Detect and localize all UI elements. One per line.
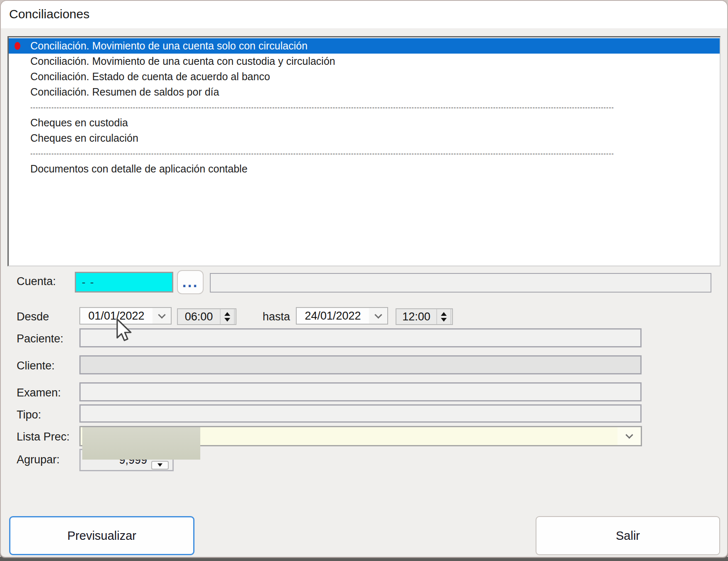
list-item-label: Conciliación. Movimiento de una cuenta s…	[30, 40, 307, 52]
examen-label: Examen:	[17, 386, 61, 399]
hasta-label: hasta	[263, 310, 290, 323]
spin-down-icon	[441, 318, 447, 322]
mouse-cursor-icon	[116, 318, 134, 346]
paciente-input[interactable]	[79, 328, 642, 347]
list-item-conciliacion-custodia-circulacion[interactable]: Conciliación. Movimiento de una cuenta c…	[9, 54, 720, 69]
desde-label: Desde	[17, 310, 49, 323]
title-bar: Conciliaciones	[1, 1, 727, 28]
list-item-conciliacion-solo-circulacion[interactable]: Conciliación. Movimiento de una cuenta s…	[9, 38, 720, 54]
lista-prec-label: Lista Prec:	[17, 431, 70, 443]
hasta-date-dropdown-button[interactable]	[369, 308, 387, 324]
list-separator: ----------------------------------------…	[9, 146, 720, 161]
spin-up-icon	[224, 312, 230, 316]
desde-time-updown-buttons[interactable]	[220, 309, 235, 324]
tipo-label: Tipo:	[17, 408, 41, 421]
hasta-date-value: 24/01/2022	[297, 308, 369, 324]
agrupar-spin-down-button[interactable]	[151, 461, 169, 470]
report-listbox[interactable]: Conciliación. Movimiento de una cuenta s…	[7, 36, 721, 266]
cuenta-browse-button[interactable]: ...	[177, 270, 204, 294]
selected-bullet-icon	[15, 42, 20, 50]
spin-up-icon	[441, 312, 447, 316]
conciliaciones-dialog: Conciliaciones Conciliación. Movimiento …	[0, 0, 728, 558]
chevron-down-icon	[625, 431, 633, 438]
hasta-date-picker[interactable]: 24/01/2022	[296, 307, 388, 325]
list-separator: ----------------------------------------…	[9, 100, 720, 115]
agrupar-label: Agrupar:	[17, 453, 60, 466]
list-item-label: Cheques en circulación	[30, 132, 138, 144]
list-item-cheques-circulacion[interactable]: Cheques en circulación	[9, 130, 720, 146]
list-item-label: Documentos con detalle de aplicación con…	[30, 163, 248, 175]
list-item-label: Conciliación. Estado de cuenta de acuerd…	[30, 71, 270, 82]
desde-time-value: 06:00	[178, 309, 220, 324]
cuenta-description-field[interactable]	[210, 273, 711, 293]
chevron-down-icon	[374, 311, 382, 318]
cuenta-code-input[interactable]: - -	[75, 272, 173, 293]
desde-date-dropdown-button[interactable]	[152, 308, 171, 324]
hasta-time-updown-buttons[interactable]	[436, 309, 451, 324]
salir-button[interactable]: Salir	[536, 516, 720, 555]
list-item-resumen-saldos[interactable]: Conciliación. Resumen de saldos por día	[9, 84, 720, 100]
cliente-label: Cliente:	[17, 359, 55, 372]
cliente-input	[79, 355, 642, 374]
hasta-time-spinner[interactable]: 12:00	[396, 308, 453, 325]
desde-time-spinner[interactable]: 06:00	[177, 308, 236, 325]
list-item-label: Cheques en custodia	[30, 117, 128, 128]
list-item-label: Conciliación. Movimiento de una cuenta c…	[30, 55, 335, 67]
spin-down-icon	[157, 463, 162, 467]
window-title: Conciliaciones	[9, 7, 89, 21]
cuenta-label: Cuenta:	[17, 275, 56, 288]
paciente-label: Paciente:	[17, 332, 64, 345]
list-item-documentos-aplicacion-contable[interactable]: Documentos con detalle de aplicación con…	[9, 161, 720, 177]
list-item-label: Conciliación. Resumen de saldos por día	[30, 86, 219, 98]
lista-prec-dropdown-button[interactable]	[617, 427, 641, 445]
list-item-cheques-custodia[interactable]: Cheques en custodia	[9, 115, 720, 130]
chevron-down-icon	[158, 311, 165, 318]
list-item-estado-cuenta-banco[interactable]: Conciliación. Estado de cuenta de acuerd…	[9, 69, 720, 84]
examen-input[interactable]	[79, 382, 642, 401]
tipo-input[interactable]	[79, 404, 642, 423]
redacted-area	[82, 427, 200, 460]
hasta-time-value: 12:00	[396, 309, 436, 324]
spin-down-icon	[224, 318, 230, 322]
previsualizar-button[interactable]: Previsualizar	[9, 516, 194, 555]
